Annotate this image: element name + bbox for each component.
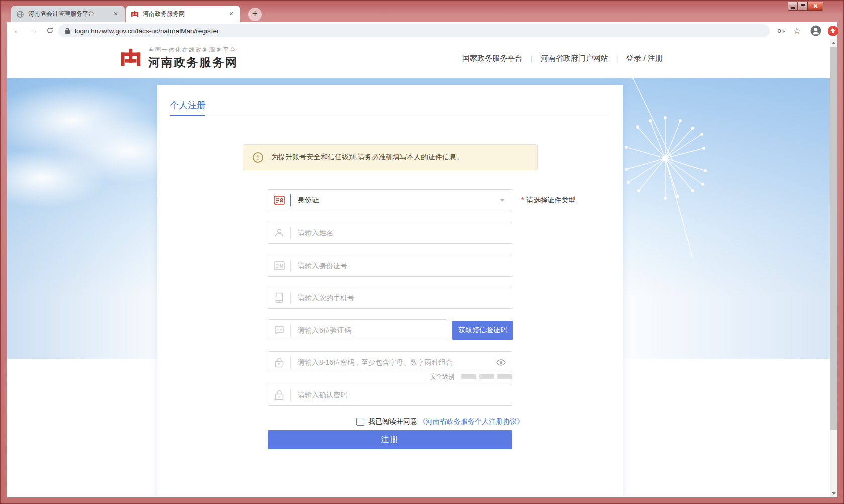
- password-field: [268, 351, 512, 373]
- warning-icon: !: [253, 152, 263, 163]
- phone-input[interactable]: [291, 294, 512, 302]
- password-strength: 安全级别: [268, 373, 512, 380]
- sms-code-field: [268, 319, 447, 341]
- name-input[interactable]: [291, 229, 512, 237]
- profile-avatar-icon[interactable]: [810, 25, 822, 37]
- link-national-platform[interactable]: 国家政务服务平台: [462, 54, 522, 63]
- cert-type-select[interactable]: 身份证: [268, 189, 512, 211]
- id-number-input[interactable]: [291, 262, 512, 270]
- notice-text: 为提升账号安全和信任级别,请务必准确填写本人的证件信息。: [271, 153, 463, 162]
- minimize-icon: [791, 7, 795, 9]
- bookmark-star-icon[interactable]: ☆: [791, 25, 803, 37]
- strength-label: 安全级别: [430, 372, 454, 381]
- tab-title: 河南省会计管理服务平台: [28, 10, 108, 18]
- id-card-icon: [268, 196, 290, 205]
- globe-icon: [16, 10, 24, 18]
- link-separator: |: [616, 55, 618, 63]
- name-field: [268, 222, 512, 244]
- toggle-password-visibility-icon[interactable]: [496, 359, 506, 366]
- agreement-link[interactable]: 《河南省政务服务个人注册协议》: [418, 417, 524, 426]
- password-input[interactable]: [291, 358, 496, 366]
- phone-field: [268, 287, 512, 309]
- scrollbar-thumb[interactable]: [830, 47, 837, 430]
- browser-toolbar: ← → login.hnzwfw.gov.cn/tacs-uc/naturalM…: [7, 22, 837, 39]
- maximize-icon: [801, 4, 805, 8]
- dandelion-graphic: [617, 78, 828, 259]
- henan-gov-logo-icon: [119, 47, 142, 70]
- agree-text: 我已阅读并同意: [368, 417, 417, 426]
- chevron-down-icon: [500, 199, 505, 202]
- tab-title: 河南政务服务网: [143, 10, 223, 18]
- window-controls: ✕: [788, 2, 823, 11]
- close-icon: ✕: [813, 3, 818, 9]
- site-logo: 全国一体化在线政务服务平台 河南政务服务网: [119, 46, 238, 70]
- scroll-up-arrow[interactable]: [830, 39, 837, 47]
- required-asterisk: *: [521, 196, 524, 204]
- agreement-row: 我已阅读并同意 《河南省政务服务个人注册协议》: [356, 417, 524, 426]
- new-tab-button[interactable]: +: [248, 8, 262, 21]
- password-key-icon[interactable]: [775, 25, 787, 37]
- browser-window: 河南省会计管理服务平台 ✕ 河南政务服务网 ✕ + ✕ ← →: [0, 0, 844, 504]
- scroll-down-arrow[interactable]: [830, 490, 837, 497]
- sms-bubble-icon: [268, 326, 290, 335]
- strength-bar: [461, 374, 476, 379]
- address-bar[interactable]: login.hnzwfw.gov.cn/tacs-uc/naturalMan/r…: [58, 24, 770, 37]
- reload-button[interactable]: [43, 24, 56, 37]
- close-button[interactable]: ✕: [808, 2, 823, 11]
- id-card-gray-icon: [268, 261, 290, 270]
- lock-icon: [268, 357, 290, 368]
- cert-type-value: 身份证: [291, 196, 500, 205]
- henan-logo-icon: [131, 10, 139, 18]
- url-text: login.hnzwfw.gov.cn/tacs-uc/naturalMan/r…: [75, 27, 219, 35]
- sms-code-input[interactable]: [291, 326, 447, 334]
- tab-accounting-platform[interactable]: 河南省会计管理服务平台 ✕: [11, 6, 125, 22]
- tab-close-icon[interactable]: ✕: [112, 10, 120, 18]
- phone-icon: [268, 292, 290, 303]
- lock-check-icon: [268, 390, 290, 400]
- divider: [170, 116, 610, 116]
- tab-henan-gov-service[interactable]: 河南政务服务网 ✕: [126, 6, 240, 22]
- link-separator: |: [531, 55, 533, 63]
- page-scrollbar[interactable]: [830, 39, 837, 497]
- logo-title: 河南政务服务网: [148, 55, 238, 70]
- confirm-password-field: [268, 384, 512, 406]
- strength-bar: [497, 374, 512, 379]
- back-button[interactable]: ←: [11, 24, 24, 37]
- link-login-register[interactable]: 登录 / 注册: [626, 54, 663, 63]
- browser-update-icon[interactable]: [827, 25, 839, 37]
- register-button[interactable]: 注册: [268, 430, 512, 449]
- tab-close-icon[interactable]: ✕: [227, 10, 235, 18]
- strength-bar: [479, 374, 494, 379]
- agree-checkbox[interactable]: [356, 418, 364, 426]
- minimize-button[interactable]: [788, 2, 798, 11]
- lock-icon: [64, 27, 70, 34]
- person-icon: [268, 228, 290, 238]
- link-henan-portal[interactable]: 河南省政府门户网站: [541, 54, 608, 63]
- security-notice: ! 为提升账号安全和信任级别,请务必准确填写本人的证件信息。: [243, 144, 538, 170]
- reload-icon: [46, 27, 54, 34]
- browser-client-area: ← → login.hnzwfw.gov.cn/tacs-uc/naturalM…: [7, 22, 837, 497]
- forward-button[interactable]: →: [27, 24, 40, 37]
- header-links: 国家政务服务平台 | 河南省政府门户网站 | 登录 / 注册: [462, 54, 663, 63]
- tab-strip: 河南省会计管理服务平台 ✕ 河南政务服务网 ✕ +: [0, 0, 844, 22]
- confirm-password-input[interactable]: [291, 391, 512, 399]
- site-header: 全国一体化在线政务服务平台 河南政务服务网 国家政务服务平台 | 河南省政府门户…: [7, 39, 830, 78]
- id-number-field: [268, 255, 512, 277]
- page-viewport: 全国一体化在线政务服务平台 河南政务服务网 国家政务服务平台 | 河南省政府门户…: [7, 39, 830, 497]
- logo-tagline: 全国一体化在线政务服务平台: [148, 46, 238, 54]
- tab-personal-register[interactable]: 个人注册: [170, 99, 206, 111]
- get-sms-code-button[interactable]: 获取短信验证码: [452, 321, 513, 340]
- maximize-button[interactable]: [798, 2, 808, 11]
- cert-type-hint: *请选择证件类型: [521, 196, 575, 205]
- registration-card: 个人注册 ! 为提升账号安全和信任级别,请务必准确填写本人的证件信息。: [157, 85, 623, 497]
